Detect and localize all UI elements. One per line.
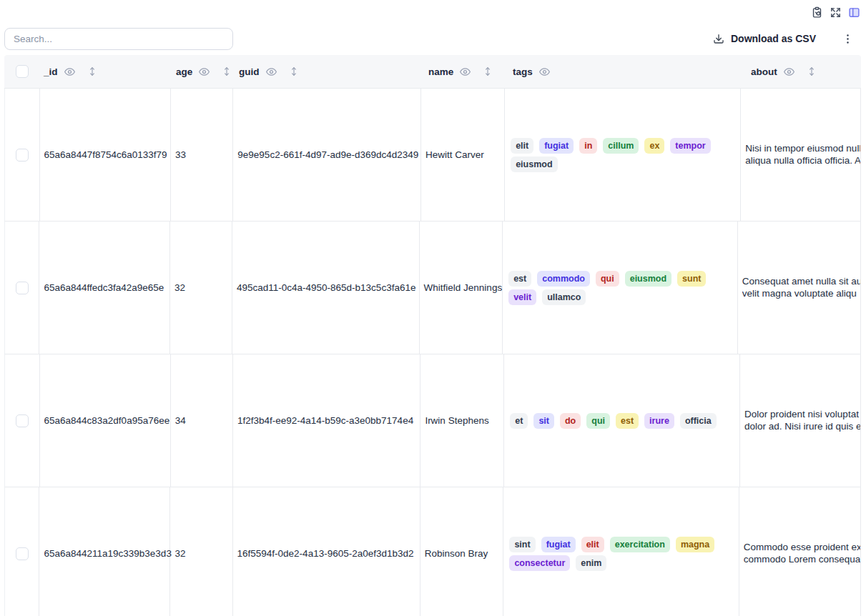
header-checkbox-cell bbox=[4, 65, 39, 78]
tag-pill: magna bbox=[676, 537, 714, 552]
expand-icon bbox=[830, 6, 842, 19]
column-visibility-eye-icon[interactable] bbox=[460, 66, 471, 77]
about-text-line: commodo Lorem consequa bbox=[744, 554, 860, 566]
cell-age: 34 bbox=[171, 354, 233, 487]
cell-tags: sintfugiatelitexercitationmagnaconsectet… bbox=[503, 487, 739, 616]
tag-pill: elit bbox=[581, 537, 604, 552]
kebab-menu-icon bbox=[842, 33, 854, 45]
tag-pill: in bbox=[579, 138, 597, 154]
tag-pill: ex bbox=[644, 138, 664, 154]
tag-pill: qui bbox=[586, 413, 610, 429]
column-header-label: age bbox=[176, 66, 192, 77]
cell-checkbox bbox=[5, 89, 40, 221]
sort-icon[interactable] bbox=[483, 66, 493, 76]
tag-pill: consectetur bbox=[509, 555, 570, 571]
cell-name: Hewitt Carver bbox=[421, 89, 505, 221]
cell-id: 65a6a8447f8754c6a0133f79 bbox=[40, 89, 171, 221]
toolbar-right: Download as CSV bbox=[709, 32, 862, 45]
row-checkbox[interactable] bbox=[16, 149, 29, 162]
download-csv-label: Download as CSV bbox=[731, 33, 816, 44]
cell-checkbox bbox=[5, 487, 39, 616]
cell-name: Robinson Bray bbox=[420, 487, 504, 616]
cell-about: Commodo esse proident excommodo Lorem co… bbox=[739, 487, 861, 616]
tag-pill: fugiat bbox=[541, 537, 576, 552]
table-layout-button[interactable] bbox=[848, 6, 860, 19]
cell-guid: 16f5594f-0de2-4a13-9605-2a0ef3d1b3d2 bbox=[233, 487, 420, 616]
cell-id: 65a6a844211a19c339b3e3d3 bbox=[39, 487, 170, 616]
tag-pill: exercitation bbox=[610, 537, 670, 552]
about-text-line: Consequat amet nulla sit au bbox=[742, 276, 860, 288]
tag-pill: eiusmod bbox=[625, 271, 671, 287]
cell-about: Nisi in tempor eiusmod nullaliqua nulla … bbox=[741, 89, 861, 221]
cell-checkbox bbox=[5, 222, 39, 354]
column-header-guid: guid bbox=[235, 66, 424, 77]
tag-pill: sunt bbox=[677, 271, 706, 287]
column-header-label: guid bbox=[239, 66, 260, 77]
column-header-label: about bbox=[751, 66, 777, 77]
cell-about: Consequat amet nulla sit auvelit magna v… bbox=[738, 222, 861, 354]
sort-icon[interactable] bbox=[289, 66, 299, 76]
tag-pill: fugiat bbox=[539, 138, 574, 154]
clipboard-paste-button[interactable] bbox=[811, 6, 823, 19]
table-layout-icon bbox=[848, 6, 860, 19]
toolbar: Download as CSV bbox=[4, 27, 862, 50]
about-text-line: aliqua nulla officia officia. A bbox=[745, 155, 860, 167]
cell-tags: elitfugiatincillumextemporeiusmod bbox=[505, 89, 741, 221]
tag-pill: officia bbox=[680, 413, 717, 429]
about-text-line: Commodo esse proident ex bbox=[744, 542, 860, 554]
tag-pill: tempor bbox=[670, 138, 710, 154]
row-checkbox[interactable] bbox=[16, 547, 29, 560]
cell-tags: estcommodoquieiusmodsuntvelitullamco bbox=[503, 222, 738, 354]
column-visibility-eye-icon[interactable] bbox=[199, 66, 210, 77]
tag-pill: elit bbox=[511, 138, 533, 154]
tag-pill: do bbox=[560, 413, 581, 429]
tag-pill: enim bbox=[576, 555, 606, 571]
cell-id: 65a6a844ffedc3fa42a9e65e bbox=[39, 222, 170, 354]
sort-icon[interactable] bbox=[87, 66, 97, 76]
tag-pill: et bbox=[510, 413, 528, 429]
window-controls bbox=[811, 6, 860, 19]
download-csv-button[interactable]: Download as CSV bbox=[709, 32, 820, 45]
about-text-line: dolor ad. Nisi irure id quis e bbox=[744, 421, 860, 433]
tag-pill: eiusmod bbox=[511, 157, 557, 172]
download-icon bbox=[713, 33, 724, 44]
clipboard-paste-icon bbox=[811, 6, 823, 19]
cell-name: Irwin Stephens bbox=[420, 354, 504, 487]
about-text-line: Nisi in tempor eiusmod null bbox=[745, 143, 860, 155]
column-header-tags: tags bbox=[508, 66, 747, 77]
sort-icon[interactable] bbox=[222, 66, 232, 76]
column-header-label: _id bbox=[44, 66, 58, 77]
cell-checkbox bbox=[5, 354, 40, 487]
tag-pill: ullamco bbox=[542, 289, 586, 305]
cell-age: 32 bbox=[170, 222, 232, 354]
column-header-about: about bbox=[747, 66, 861, 77]
column-visibility-eye-icon[interactable] bbox=[64, 66, 75, 77]
tag-pill: sint bbox=[509, 537, 535, 552]
tags-group: etsitdoquiestirureofficia bbox=[510, 413, 733, 429]
column-visibility-eye-icon[interactable] bbox=[784, 66, 794, 77]
more-options-button[interactable] bbox=[842, 33, 854, 45]
cell-age: 33 bbox=[171, 89, 233, 221]
tag-pill: est bbox=[508, 271, 531, 287]
column-visibility-eye-icon[interactable] bbox=[539, 66, 550, 77]
about-text-line: Dolor proident nisi voluptat bbox=[744, 409, 860, 421]
cell-guid: 495cad11-0c4a-4950-865d-b13c5c3fa61e bbox=[232, 222, 420, 354]
tag-pill: commodo bbox=[537, 271, 590, 287]
column-header-label: name bbox=[428, 66, 453, 77]
column-visibility-eye-icon[interactable] bbox=[266, 66, 277, 77]
expand-fullscreen-button[interactable] bbox=[830, 6, 842, 19]
tag-pill: velit bbox=[508, 289, 536, 305]
tag-pill: cillum bbox=[603, 138, 639, 154]
cell-id: 65a6a844c83a2df0a95a76ee bbox=[40, 354, 171, 487]
table-header-row: _id age bbox=[4, 55, 861, 89]
row-checkbox[interactable] bbox=[16, 414, 29, 427]
tags-group: sintfugiatelitexercitationmagnaconsectet… bbox=[509, 537, 732, 571]
column-header-name: name bbox=[424, 66, 508, 77]
cell-about: Dolor proident nisi voluptatdolor ad. Ni… bbox=[740, 354, 861, 487]
tag-pill: irure bbox=[644, 413, 674, 429]
search-input[interactable] bbox=[4, 28, 233, 50]
sort-icon[interactable] bbox=[807, 66, 817, 76]
tags-group: estcommodoquieiusmodsuntvelitullamco bbox=[508, 271, 732, 305]
row-checkbox[interactable] bbox=[16, 282, 29, 294]
select-all-checkbox[interactable] bbox=[16, 65, 29, 78]
